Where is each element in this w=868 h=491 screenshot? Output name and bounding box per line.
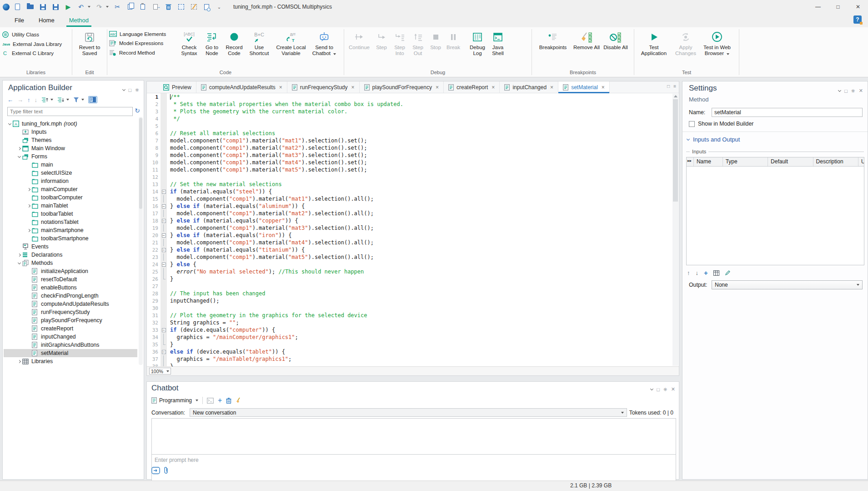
editor-tab-computeAndUpdateResults[interactable]: computeAndUpdateResults× xyxy=(196,81,287,93)
line-number[interactable]: 16 xyxy=(147,203,161,209)
close-tab-icon[interactable]: × xyxy=(492,84,495,91)
code-line-22[interactable]: 22−} else if (material.equals("titanium"… xyxy=(147,246,679,253)
tab-home[interactable]: Home xyxy=(33,14,60,27)
line-number[interactable]: 4 xyxy=(147,116,161,122)
line-number[interactable]: 29 xyxy=(147,298,161,304)
inputs-and-output-section[interactable]: Inputs and Output xyxy=(687,136,740,143)
tree-item-Main Window[interactable]: Main Window xyxy=(4,144,137,152)
code-line-3[interactable]: 3 * Plots the geometry with the current … xyxy=(147,108,679,115)
new-conversation-icon[interactable]: + xyxy=(218,396,222,405)
revert-to-saved-button[interactable]: Revert to Saved xyxy=(75,28,104,56)
code-line-30[interactable]: 30 xyxy=(147,304,679,312)
line-number[interactable]: 20 xyxy=(147,233,161,238)
code-line-19[interactable]: 19 model.component("comp1").material("ma… xyxy=(147,224,679,232)
remove-all-button[interactable]: Remove All xyxy=(572,28,601,51)
code-line-20[interactable]: 20−} else if (material.equals("iron")) { xyxy=(147,232,679,239)
code-line-28[interactable]: 28// The input has been changed xyxy=(147,290,679,297)
tab-method[interactable]: Method xyxy=(64,14,94,27)
clear-conversation-icon[interactable] xyxy=(236,397,241,404)
float-icon[interactable]: □ xyxy=(844,88,848,94)
expand-tree-icon[interactable] xyxy=(41,97,53,103)
tree-item-notationsTablet[interactable]: notationsTablet xyxy=(4,218,137,226)
tree-item-mainComputer[interactable]: mainComputer xyxy=(4,185,137,193)
line-number[interactable]: 11 xyxy=(147,167,161,173)
tree-item-toolbarComputer[interactable]: toolbarComputer xyxy=(4,193,137,202)
tab-list-icon[interactable]: ≡ xyxy=(673,84,676,89)
tree-item-Forms[interactable]: Forms xyxy=(4,152,137,161)
redo-dropdown-icon[interactable] xyxy=(106,6,109,8)
editor-tab-runFrequencyStudy[interactable]: runFrequencyStudy× xyxy=(287,81,360,93)
code-line-15[interactable]: 15 model.component("comp1").material("ma… xyxy=(147,195,679,202)
create-local-variable-button[interactable]: a=T Create Local Variable xyxy=(273,28,309,56)
breakpoints-button[interactable]: Breakpoints xyxy=(534,28,572,51)
toggle-editor-tools-icon[interactable] xyxy=(88,96,97,103)
collapse-tree-icon[interactable] xyxy=(57,97,69,103)
close-icon[interactable]: ✕ xyxy=(848,0,868,14)
prompt-input[interactable]: Enter prompt here xyxy=(155,457,199,463)
code-line-2[interactable]: 2 * Sets the material properties when th… xyxy=(147,101,679,108)
tree-item-Themes[interactable]: Themes xyxy=(4,136,137,144)
find-icon[interactable] xyxy=(202,3,211,11)
expander-icon[interactable] xyxy=(25,229,32,232)
tree-item-initGraphicsAndButtons[interactable]: initGraphicsAndButtons xyxy=(4,341,137,349)
tree-item-mainTablet[interactable]: mainTablet xyxy=(4,202,137,210)
line-number[interactable]: 21 xyxy=(147,240,161,246)
code-line-21[interactable]: 21 model.component("comp1").material("ma… xyxy=(147,239,679,246)
pin-icon[interactable]: ⎈ xyxy=(663,386,667,392)
sort-columns-icon[interactable]: ▸▸ xyxy=(687,157,694,166)
tree-item-Inputs[interactable]: Inputs xyxy=(4,128,137,136)
tree-item-information[interactable]: information xyxy=(4,177,137,185)
tree-item-createReport[interactable]: createReport xyxy=(4,324,137,333)
section-collapse-icon[interactable] xyxy=(687,137,690,141)
language-elements-button[interactable]: ABC Language Elements xyxy=(109,31,177,37)
column-header-type[interactable]: Type xyxy=(723,157,768,166)
cut-icon[interactable]: ✂ xyxy=(113,3,121,11)
line-number[interactable]: 19 xyxy=(147,225,161,231)
tree-item-toolbarSmartphone[interactable]: toolbarSmartphone xyxy=(4,234,137,243)
editor-tab-setMaterial[interactable]: setMaterial× xyxy=(558,81,610,93)
expander-icon[interactable] xyxy=(25,188,32,191)
code-line-29[interactable]: 29inputChanged(); xyxy=(147,297,679,304)
load-table-icon[interactable] xyxy=(713,270,719,276)
tree-item-selectUISize[interactable]: selectUISize xyxy=(4,169,137,177)
paste-icon[interactable] xyxy=(139,3,147,11)
new-file-icon[interactable] xyxy=(13,3,21,11)
line-number[interactable]: 35 xyxy=(147,342,161,348)
line-number[interactable]: 37 xyxy=(147,356,161,362)
forward-icon[interactable]: → xyxy=(17,96,23,103)
code-line-11[interactable]: 11model.component("comp1").material("mat… xyxy=(147,166,679,173)
line-number[interactable]: 10 xyxy=(147,160,161,166)
code-line-9[interactable]: 9model.component("comp1").material("mat3… xyxy=(147,152,679,159)
line-number[interactable]: 9 xyxy=(147,152,161,158)
column-header-default[interactable]: Default xyxy=(768,157,813,166)
expander-icon[interactable] xyxy=(16,147,22,150)
tree-item-Libraries[interactable]: Libraries xyxy=(4,357,137,365)
float-icon[interactable]: □ xyxy=(129,87,132,93)
fold-toggle-icon[interactable]: − xyxy=(161,232,167,239)
close-panel-icon[interactable]: ✕ xyxy=(671,386,675,392)
refresh-icon[interactable]: ↻ xyxy=(135,107,140,114)
close-tab-icon[interactable]: × xyxy=(602,84,605,91)
code-line-35[interactable]: 35} xyxy=(147,341,679,348)
tree-item-inputChanged[interactable]: inputChanged xyxy=(4,333,137,341)
java-shell-button[interactable]: Java Shell xyxy=(488,28,507,56)
fold-toggle-icon[interactable]: − xyxy=(161,188,167,195)
tree-item-resetToDefault[interactable]: resetToDefault xyxy=(4,275,137,283)
save-as-icon[interactable] xyxy=(51,3,60,11)
delete-icon[interactable] xyxy=(164,3,172,11)
code-line-4[interactable]: 4 */ xyxy=(147,115,679,122)
maximize-icon[interactable]: □ xyxy=(828,0,848,14)
run-icon[interactable]: ▶ xyxy=(64,3,72,11)
line-number[interactable]: 13 xyxy=(147,182,161,187)
editor-vertical-scrollbar[interactable] xyxy=(672,94,678,366)
fold-toggle-icon[interactable]: − xyxy=(161,246,167,253)
editor-tab-inputChanged[interactable]: inputChanged× xyxy=(500,81,558,93)
line-number[interactable]: 8 xyxy=(147,145,161,151)
utility-class-button[interactable]: Utility Class xyxy=(2,31,62,38)
line-number[interactable]: 31 xyxy=(147,313,161,319)
help-icon[interactable]: ? xyxy=(853,15,862,24)
code-line-6[interactable]: 6// Reset all material selections xyxy=(147,130,679,137)
line-number[interactable]: 15 xyxy=(147,196,161,202)
tree-item-initializeApplication[interactable]: initializeApplication xyxy=(4,267,137,275)
attach-file-icon[interactable] xyxy=(164,466,168,474)
